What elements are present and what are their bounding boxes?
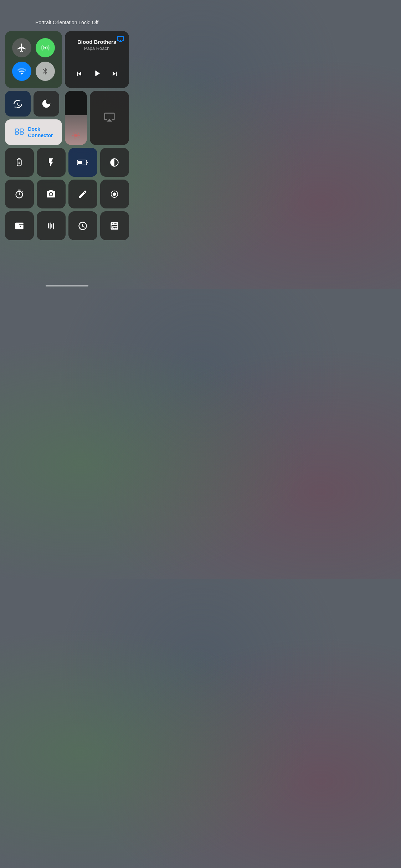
camera-button[interactable]	[37, 180, 66, 208]
notes-button[interactable]	[68, 180, 97, 208]
play-button[interactable]	[89, 67, 105, 82]
battery-button[interactable]	[68, 148, 97, 177]
svg-rect-7	[19, 161, 20, 161]
prev-button[interactable]	[72, 68, 86, 82]
row-middle: DockConnector	[5, 91, 129, 145]
do-not-disturb-button[interactable]	[34, 91, 59, 117]
svg-rect-11	[78, 161, 82, 164]
dock-connector-button[interactable]: DockConnector	[5, 119, 62, 145]
next-button[interactable]	[108, 68, 122, 82]
svg-rect-3	[15, 132, 18, 134]
track-title: Blood Brothers	[71, 39, 123, 45]
timer-button[interactable]	[5, 180, 34, 208]
cellular-data-button[interactable]	[36, 38, 55, 57]
home-indicator[interactable]	[46, 285, 88, 286]
svg-point-14	[82, 225, 83, 227]
bluetooth-icon	[41, 67, 49, 75]
left-util-col: DockConnector	[5, 91, 62, 145]
svg-rect-9	[19, 163, 20, 164]
svg-point-13	[113, 192, 116, 196]
svg-rect-2	[20, 129, 23, 131]
control-center: Blood Brothers Papa Roach	[5, 31, 129, 240]
clock-button[interactable]	[68, 211, 97, 240]
dock-connector-label: DockConnector	[28, 126, 53, 139]
rotation-lock-icon	[12, 98, 23, 109]
dock-connector-icon	[14, 126, 25, 139]
svg-rect-4	[20, 132, 23, 134]
calculator-button[interactable]	[100, 211, 129, 240]
flashlight-button[interactable]	[37, 148, 66, 177]
wifi-button[interactable]	[12, 62, 31, 81]
wifi-icon	[17, 66, 27, 76]
signal-icon	[40, 43, 50, 53]
bluetooth-button[interactable]	[36, 62, 55, 81]
moon-icon	[41, 98, 52, 109]
icon-row-5	[5, 211, 129, 240]
airplay-audio-icon	[104, 111, 115, 125]
brightness-slider[interactable]	[65, 91, 87, 145]
track-info: Blood Brothers Papa Roach	[71, 39, 123, 51]
row-top: Blood Brothers Papa Roach	[5, 31, 129, 88]
svg-rect-1	[15, 129, 18, 131]
airplay-volume-panel[interactable]	[90, 91, 129, 145]
player-controls	[71, 67, 123, 82]
soundcheck-button[interactable]	[37, 211, 66, 240]
small-buttons-row	[5, 91, 62, 117]
icon-row-4	[5, 180, 129, 208]
airplay-icon[interactable]	[117, 35, 124, 44]
wallet-button[interactable]	[5, 211, 34, 240]
icon-row-3	[5, 148, 129, 177]
brightness-icon	[72, 131, 80, 141]
invert-colors-button[interactable]	[100, 148, 129, 177]
svg-rect-8	[19, 162, 20, 162]
now-playing-panel[interactable]: Blood Brothers Papa Roach	[65, 31, 129, 88]
orientation-status: Portrait Orientation Lock: Off	[35, 20, 98, 25]
screen-record-button[interactable]	[100, 180, 129, 208]
network-panel	[5, 31, 62, 88]
remote-button[interactable]	[5, 148, 34, 177]
rotation-lock-button[interactable]	[5, 91, 31, 117]
airplane-icon	[17, 43, 27, 53]
track-artist: Papa Roach	[71, 46, 123, 51]
airplane-mode-button[interactable]	[12, 38, 31, 57]
